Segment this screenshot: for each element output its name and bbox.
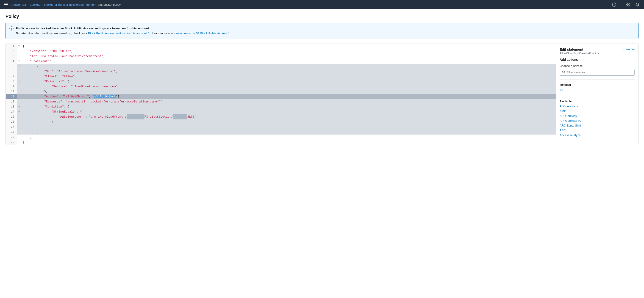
info-banner-link1[interactable]: Block Public Access settings for this ac…	[88, 32, 150, 35]
available-label: Available	[560, 100, 634, 103]
bell-nav-icon[interactable]	[634, 1, 640, 7]
line-num-8: 8	[6, 79, 17, 84]
table-row: 16 }	[6, 119, 556, 124]
svg-rect-4	[626, 5, 628, 6]
add-actions-label: Add actions	[560, 58, 634, 61]
line-toggle-8[interactable]: ▼	[17, 79, 21, 84]
editor-layout: 1 ▼ { 2 "Version": "2008-10-17", 3 "Id":…	[6, 43, 638, 145]
service-link-api-gateway-v2[interactable]: API Gateway V2	[560, 118, 634, 123]
table-row: 17 }	[6, 124, 556, 129]
table-row: 13 ▼ "Condition": {	[6, 104, 556, 109]
code-content-5: {	[21, 64, 39, 69]
line-num-16: 16	[6, 119, 17, 124]
filter-services-search-box[interactable]	[560, 69, 634, 76]
nav-icons: i	[611, 1, 640, 7]
table-row: 2 "Version": "2008-10-17",	[6, 49, 556, 54]
available-services-section: Available AI Operations AMP API Gateway …	[560, 100, 634, 138]
svg-rect-3	[628, 3, 629, 4]
service-link-amp[interactable]: AMP	[560, 109, 634, 113]
code-editor[interactable]: 1 ▼ { 2 "Version": "2008-10-17", 3 "Id":…	[6, 44, 556, 145]
section-divider-available	[560, 96, 634, 96]
info-banner-body-prefix: To determine which settings are turned o…	[16, 32, 88, 35]
info-banner: i Public access is blocked because Block…	[6, 23, 638, 39]
table-row: 4 ▼ "Statement": [	[6, 59, 556, 64]
info-banner-title: Public access is blocked because Block P…	[16, 26, 149, 30]
line-num-9: 9	[6, 84, 17, 89]
included-label: Included	[560, 83, 634, 86]
table-row: 15 "AWS:SourceArn": "arn:aws:cloudfront:…	[6, 114, 556, 119]
line-num-15: 15	[6, 114, 17, 119]
table-row: 18 }	[6, 129, 556, 135]
info-banner-body-suffix: .	[230, 32, 231, 35]
code-content-14: "StringEquals": {	[21, 109, 82, 114]
line-num-13: 13	[6, 104, 17, 109]
code-content-8: "Principal": {	[21, 79, 69, 84]
right-sidebar: Edit statement AllowCloudFrontServicePri…	[556, 44, 638, 145]
breadcrumb-sep-2: ›	[42, 3, 42, 6]
line-toggle-14[interactable]: ▼	[17, 109, 21, 114]
code-content-11: "Action": ["s3:GetObject", "s3:PutObject…	[21, 94, 121, 99]
code-content-16: }	[21, 119, 53, 124]
table-row: 20 }	[6, 140, 556, 145]
table-row: 1 ▼ {	[6, 44, 556, 49]
code-content-18: }	[21, 129, 39, 135]
line-num-3: 3	[6, 54, 17, 59]
table-row: 5 ▼ {	[6, 64, 556, 69]
breadcrumb-current: Edit bucket policy	[98, 3, 121, 6]
line-toggle-1[interactable]: ▼	[17, 44, 21, 49]
table-row: 12 "Resource": "arn:aws:s3:::bucket-for-…	[6, 99, 556, 104]
svg-rect-5	[628, 5, 629, 6]
line-num-18: 18	[6, 129, 17, 135]
code-content-3: "Id": "PolicyForCloudFrontPrivateContent…	[21, 54, 105, 59]
service-link-asc[interactable]: ASC	[560, 128, 634, 133]
code-content-10: },	[21, 89, 48, 94]
info-nav-icon[interactable]: i	[611, 1, 617, 7]
line-num-2: 2	[6, 49, 17, 54]
line-num-1: 1	[6, 44, 17, 49]
info-banner-link2[interactable]: using Amazon S3 Block Public Access ↗	[176, 32, 230, 35]
breadcrumb-bucket-name[interactable]: bucket-for-transfer-acceleration-demo	[44, 3, 94, 6]
service-link-api-gateway[interactable]: API Gateway	[560, 113, 634, 118]
svg-line-9	[564, 73, 565, 74]
included-services-section: Included S3	[560, 83, 634, 92]
choose-service-label: Choose a service	[560, 64, 634, 68]
table-row: 19 ]	[6, 135, 556, 140]
line-num-12: 12	[6, 99, 17, 104]
service-link-s3[interactable]: S3	[560, 87, 634, 92]
breadcrumb-amazon-s3[interactable]: Amazon S3	[10, 3, 26, 6]
filter-services-input[interactable]	[567, 71, 632, 74]
sidebar-title-group: Edit statement AllowCloudFrontServicePri…	[560, 47, 599, 55]
code-content-9: "Service": "cloudfront.amazonaws.com"	[21, 84, 118, 89]
line-toggle-4[interactable]: ▼	[17, 59, 21, 64]
line-num-5: 5	[6, 64, 17, 69]
table-row: 14 ▼ "StringEquals": {	[6, 109, 556, 114]
line-toggle-13[interactable]: ▼	[17, 104, 21, 109]
sidebar-header: Edit statement AllowCloudFrontServicePri…	[560, 47, 634, 55]
choose-service-section: Choose a service	[560, 64, 634, 76]
table-row: 3 "Id": "PolicyForCloudFrontPrivateConte…	[6, 54, 556, 59]
info-banner-text: Public access is blocked because Block P…	[16, 26, 231, 35]
breadcrumb: Amazon S3 › Buckets › bucket-for-transfe…	[10, 3, 121, 6]
remove-button[interactable]: Remove	[624, 47, 634, 51]
edit-statement-title: Edit statement	[560, 47, 599, 51]
code-content-12: "Resource": "arn:aws:s3:::bucket-for-tra…	[21, 99, 164, 104]
line-toggle-5[interactable]: ▼	[17, 64, 21, 69]
code-content-13: "Condition": {	[21, 104, 69, 109]
line-num-10: 10	[6, 89, 17, 94]
service-link-ai-operations[interactable]: AI Operations	[560, 104, 634, 109]
hamburger-menu[interactable]	[4, 3, 8, 6]
grid-nav-icon[interactable]	[625, 1, 631, 7]
line-num-17: 17	[6, 124, 17, 129]
table-row: 9 "Service": "cloudfront.amazonaws.com"	[6, 84, 556, 89]
code-content-6: "Sid": "AllowCloudFrontServicePrincipal"…	[21, 69, 118, 74]
code-content-15: "AWS:SourceArn": "arn:aws:cloudfront::XX…	[21, 114, 196, 119]
service-link-access-analyzer[interactable]: Access Analyzer	[560, 133, 634, 138]
svg-rect-2	[626, 3, 628, 4]
line-num-20: 20	[6, 140, 17, 145]
service-link-arc-zonal-shift[interactable]: ARC Zonal Shift	[560, 123, 634, 128]
breadcrumb-buckets[interactable]: Buckets	[30, 3, 40, 6]
table-row: 8 ▼ "Principal": {	[6, 79, 556, 84]
breadcrumb-sep-3: ›	[95, 3, 96, 6]
svg-text:i: i	[614, 3, 615, 6]
nav-divider-1	[621, 2, 621, 7]
